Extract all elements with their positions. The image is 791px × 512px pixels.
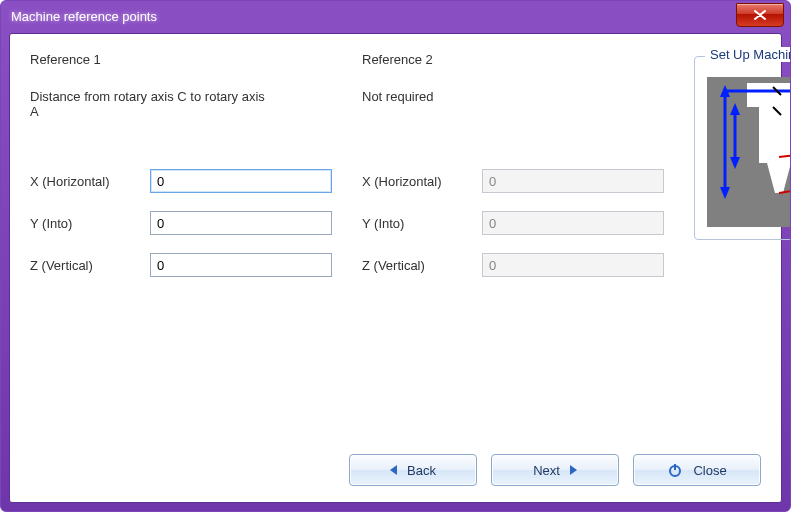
ref2-description: Not required <box>362 89 602 129</box>
machine-zero-legend: Set Up Machine Zero <box>705 47 791 62</box>
ref2-z-label: Z (Vertical) <box>362 258 482 273</box>
ref2-y-label: Y (Into) <box>362 216 482 231</box>
ref2-title: Reference 2 <box>362 52 664 67</box>
ref1-y-label: Y (Into) <box>30 216 150 231</box>
window-close-button[interactable] <box>736 3 784 27</box>
close-button[interactable]: Close <box>633 454 761 486</box>
ref2-y-input <box>482 211 664 235</box>
ref2-z-row: Z (Vertical) <box>362 253 664 277</box>
button-bar: Back Next Close <box>349 454 761 486</box>
close-icon <box>754 10 766 20</box>
next-button-label: Next <box>533 463 560 478</box>
close-button-label: Close <box>693 463 726 478</box>
back-button-label: Back <box>407 463 436 478</box>
machine-zero-groupbox: Set Up Machine Zero <box>694 56 791 240</box>
ref1-x-row: X (Horizontal) <box>30 169 332 193</box>
ref1-title: Reference 1 <box>30 52 332 67</box>
next-button[interactable]: Next <box>491 454 619 486</box>
machine-zero-column: Set Up Machine Zero <box>694 52 791 295</box>
ref2-x-label: X (Horizontal) <box>362 174 482 189</box>
ref1-z-label: Z (Vertical) <box>30 258 150 273</box>
svg-rect-1 <box>747 83 791 107</box>
reference-1-column: Reference 1 Distance from rotary axis C … <box>30 52 332 295</box>
ref2-z-input <box>482 253 664 277</box>
ref1-x-label: X (Horizontal) <box>30 174 150 189</box>
back-button[interactable]: Back <box>349 454 477 486</box>
columns: Reference 1 Distance from rotary axis C … <box>30 52 761 295</box>
ref1-z-row: Z (Vertical) <box>30 253 332 277</box>
power-close-icon <box>667 462 683 478</box>
ref1-y-input[interactable] <box>150 211 332 235</box>
svg-rect-2 <box>759 107 791 163</box>
titlebar: Machine reference points <box>1 1 790 31</box>
machine-zero-content: Pivot Face Center Tip <box>707 77 791 227</box>
machine-zero-diagram-icon: Pivot Face Center Tip <box>707 77 791 227</box>
triangle-right-icon <box>570 465 577 475</box>
ref1-description: Distance from rotary axis C to rotary ax… <box>30 89 270 129</box>
reference-2-column: Reference 2 Not required X (Horizontal) … <box>362 52 664 295</box>
ref1-y-row: Y (Into) <box>30 211 332 235</box>
ref2-x-row: X (Horizontal) <box>362 169 664 193</box>
ref1-z-input[interactable] <box>150 253 332 277</box>
ref2-y-row: Y (Into) <box>362 211 664 235</box>
client-area: Reference 1 Distance from rotary axis C … <box>9 33 782 503</box>
window-title: Machine reference points <box>11 9 157 24</box>
ref1-x-input[interactable] <box>150 169 332 193</box>
window-frame: Machine reference points Reference 1 Dis… <box>0 0 791 512</box>
triangle-left-icon <box>390 465 397 475</box>
ref2-x-input <box>482 169 664 193</box>
